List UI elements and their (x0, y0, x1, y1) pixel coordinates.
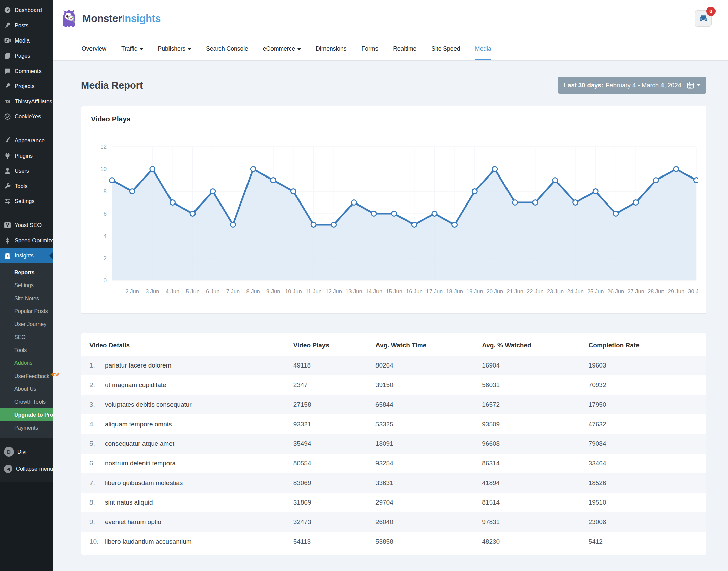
page-title: Media Report (81, 80, 143, 91)
svg-text:12 Jun: 12 Jun (325, 288, 342, 294)
svg-text:4 Jun: 4 Jun (166, 288, 179, 294)
table-row: 3. voluptates debitis consequatur 27158 … (81, 395, 706, 414)
report-tab[interactable]: Traffic (121, 37, 143, 60)
report-tab-label: Forms (362, 45, 379, 52)
sidebar-item[interactable]: Dashboard (0, 3, 53, 18)
report-tab[interactable]: Realtime (393, 37, 416, 60)
svg-text:3 Jun: 3 Jun (146, 288, 159, 294)
monsterinsights-logo: MonsterInsights (60, 8, 161, 29)
chevron-down-icon (188, 48, 191, 50)
sidebar-item[interactable]: Speed Optimizer (0, 233, 53, 248)
sidebar-item[interactable]: Projects (0, 79, 53, 94)
watch-time-cell: 29704 (375, 499, 482, 506)
submenu-item[interactable]: SEO (0, 331, 53, 344)
chart-title: Video Plays (91, 115, 698, 123)
sidebar-item-label: ThirstyAffiliates (15, 98, 52, 105)
pct-watched-cell: 16572 (482, 401, 588, 408)
submenu-item[interactable]: Reports (0, 266, 53, 279)
svg-text:7 Jun: 7 Jun (226, 288, 240, 294)
row-rank: 1. (89, 362, 105, 369)
svg-text:10 Jun: 10 Jun (285, 288, 302, 294)
sidebar-item[interactable]: Appearance (0, 133, 53, 148)
pct-watched-cell: 96608 (482, 440, 588, 447)
sidebar-item-icon (4, 22, 11, 29)
sidebar-item-label: CookieYes (15, 113, 41, 120)
sidebar-item[interactable]: TA ThirstyAffiliates (0, 94, 53, 109)
svg-text:6: 6 (104, 211, 107, 217)
video-plays-cell: 80554 (293, 460, 375, 467)
pct-watched-cell: 93509 (482, 420, 588, 428)
sidebar-item[interactable]: Posts (0, 18, 53, 33)
sidebar-item[interactable]: Users (0, 163, 53, 179)
submenu-item[interactable]: Addons (0, 356, 53, 369)
row-rank: 8. (89, 499, 105, 506)
completion-rate-cell: 17950 (589, 401, 698, 408)
sidebar-item-label: Posts (15, 22, 28, 29)
collapse-menu-button[interactable]: ◀ Collapse menu (0, 461, 53, 477)
video-plays-cell: 83069 (293, 479, 375, 487)
svg-text:20 Jun: 20 Jun (487, 288, 503, 294)
submenu-item[interactable]: Site Notes (0, 292, 53, 305)
video-name: libero quibusdam molestias (105, 479, 183, 487)
sidebar-item[interactable]: CookieYes (0, 109, 53, 124)
video-plays-cell: 93321 (293, 420, 375, 428)
video-name: aliquam tempore omnis (105, 420, 172, 428)
notifications-inbox-button[interactable]: 0 (695, 10, 712, 27)
svg-text:30 Jun: 30 Jun (688, 288, 698, 294)
video-name: sint natus aliquid (105, 499, 153, 506)
sidebar-item-icon (4, 67, 11, 75)
submenu-item[interactable]: UserFeedbackNEW (0, 370, 53, 382)
table-row: 2. ut magnam cupiditate 2347 39150 56031… (81, 375, 706, 395)
svg-text:11 Jun: 11 Jun (305, 288, 321, 294)
submenu-item[interactable]: User Journey (0, 318, 53, 330)
submenu-item[interactable]: Settings (0, 279, 53, 292)
submenu-item[interactable]: About Us (0, 382, 53, 395)
sidebar-item[interactable]: Pages (0, 48, 53, 63)
date-range-picker[interactable]: Last 30 days: February 4 - March 4, 2024 (558, 77, 706, 94)
divi-icon: D (4, 447, 14, 457)
submenu-item-label: Popular Posts (14, 308, 48, 314)
sidebar-item-icon (4, 113, 11, 120)
report-tab-label: Dimensions (316, 45, 346, 52)
svg-text:22 Jun: 22 Jun (527, 288, 544, 294)
submenu-item[interactable]: Upgrade to Pro (0, 408, 53, 421)
report-tab-label: Overview (82, 45, 106, 52)
watch-time-cell: 53858 (375, 538, 482, 545)
submenu-item[interactable]: Growth Tools (0, 395, 53, 408)
sidebar-item-label: Tools (15, 183, 28, 189)
sidebar-item-icon (4, 252, 11, 259)
collapse-menu-label: Collapse menu (16, 466, 53, 472)
submenu-item-label: Tools (14, 347, 27, 353)
submenu-item[interactable]: Tools (0, 344, 53, 356)
sidebar-item[interactable]: Tools (0, 179, 53, 194)
pct-watched-cell: 81514 (482, 499, 588, 506)
submenu-item[interactable]: Payments (0, 421, 53, 434)
report-tab[interactable]: Publishers (158, 37, 191, 60)
sidebar-item[interactable]: Plugins (0, 148, 53, 163)
report-tab[interactable]: Media (475, 37, 491, 60)
sidebar-item[interactable]: Settings (0, 194, 53, 209)
wordpress-admin-page: Dashboard Posts Media Pages (0, 0, 728, 571)
submenu-item[interactable]: Popular Posts (0, 305, 53, 318)
report-tab[interactable]: Site Speed (431, 37, 460, 60)
report-tab[interactable]: Overview (82, 37, 106, 60)
report-tab[interactable]: Dimensions (316, 37, 346, 60)
report-tab[interactable]: eCommerce (263, 37, 301, 60)
sidebar-item-icon (4, 183, 11, 190)
sidebar-footer: D Divi ◀ Collapse menu (0, 443, 53, 477)
sidebar-item[interactable]: Comments (0, 63, 53, 79)
inbox-icon (699, 14, 708, 23)
sidebar-item-divi[interactable]: D Divi (0, 443, 53, 461)
divi-label: Divi (17, 448, 27, 455)
report-tab[interactable]: Forms (362, 37, 379, 60)
sidebar-item[interactable]: Media (0, 33, 53, 48)
report-tab[interactable]: Search Console (206, 37, 248, 60)
sidebar-item-label: Yoast SEO (15, 222, 42, 228)
video-plays-cell: 49118 (293, 362, 375, 369)
sidebar-item[interactable]: Insights (0, 248, 53, 263)
sidebar-item[interactable]: Yoast SEO (0, 218, 53, 233)
table-row: 5. consequatur atque amet 35494 18091 96… (81, 434, 706, 454)
svg-text:23 Jun: 23 Jun (547, 288, 564, 294)
pct-watched-cell: 56031 (482, 381, 588, 389)
column-header: Avg. Watch Time (375, 342, 482, 349)
